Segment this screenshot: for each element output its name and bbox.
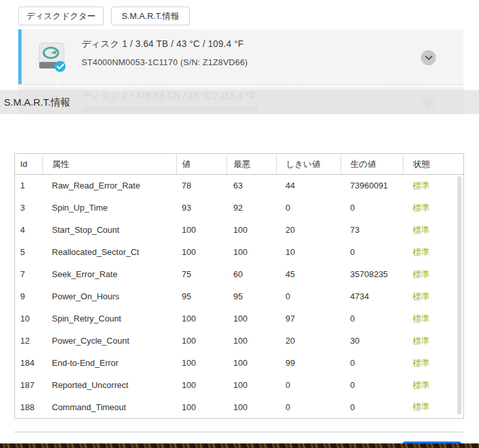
cell-raw: 73960091	[341, 175, 403, 197]
smart-info-dialog: S.M.A.R.T.情報 Id 属性 値 最悪	[0, 90, 479, 448]
cell-value: 75	[177, 263, 227, 286]
cell-status: 標準	[403, 241, 464, 263]
cell-worst: 100	[227, 219, 277, 241]
cell-threshold: 0	[277, 396, 341, 419]
cell-worst: 95	[227, 286, 277, 308]
table-row: 4 Start_Stop_Count 100 100 20 73 標準	[15, 219, 464, 241]
smart-attributes-table: Id 属性 値 最悪 しきい値 生の値 状態 1 Raw_Read_Error_…	[14, 153, 464, 419]
cell-attribute: Power_On_Hours	[43, 286, 177, 308]
cell-status: 標準	[403, 175, 464, 197]
cell-attribute: Seek_Error_Rate	[43, 263, 177, 286]
cell-id: 9	[15, 286, 43, 308]
cell-worst: 100	[227, 241, 277, 263]
header-id: Id	[15, 154, 43, 175]
header-worst: 最悪	[227, 154, 277, 175]
cell-raw: 0	[341, 308, 403, 330]
cell-value: 100	[177, 396, 227, 419]
cell-threshold: 10	[277, 241, 341, 263]
cell-id: 187	[15, 374, 43, 396]
cell-id: 4	[15, 219, 43, 241]
cell-status: 標準	[403, 219, 464, 241]
cell-raw: 0	[341, 396, 403, 419]
cell-raw: 0	[341, 197, 403, 219]
cell-attribute: Raw_Read_Error_Rate	[43, 175, 177, 197]
cell-status: 標準	[403, 352, 464, 374]
cell-value: 93	[177, 197, 227, 219]
cell-id: 10	[15, 308, 43, 330]
cell-status: 標準	[403, 286, 464, 308]
cell-raw: 0	[341, 374, 403, 396]
selected-accent-bar	[18, 29, 22, 84]
table-row: 187 Reported_Uncorrect 100 100 0 0 標準	[15, 374, 464, 396]
table-scrollbar-thumb[interactable]	[457, 176, 461, 415]
cell-threshold: 20	[277, 330, 341, 352]
cell-attribute: Command_Timeout	[43, 396, 177, 419]
cell-threshold: 0	[277, 197, 341, 219]
table-row: 12 Power_Cycle_Count 100 100 20 30 標準	[15, 330, 464, 352]
cell-value: 100	[177, 330, 227, 352]
table-row: 5 Reallocated_Sector_Ct 100 100 10 0 標準	[15, 241, 464, 263]
header-value: 値	[177, 154, 227, 175]
dialog-body: Id 属性 値 最悪 しきい値 生の値 状態 1 Raw_Read_Error_…	[0, 114, 479, 443]
cell-raw: 0	[341, 352, 403, 374]
cell-threshold: 97	[277, 308, 341, 330]
cell-status: 標準	[403, 396, 464, 419]
cell-value: 100	[177, 352, 227, 374]
header-attribute: 属性	[43, 154, 177, 175]
smart-table-container: Id 属性 値 最悪 しきい値 生の値 状態 1 Raw_Read_Error_…	[14, 153, 463, 419]
cell-value: 100	[177, 241, 227, 263]
cell-attribute: Start_Stop_Count	[43, 219, 177, 241]
cell-id: 188	[15, 396, 43, 419]
cell-worst: 100	[227, 352, 277, 374]
disk-row-separator	[18, 84, 463, 85]
table-row: 188 Command_Timeout 100 100 0 0 標準	[15, 396, 464, 419]
disk-row-1[interactable]: ディスク 1 / 3.64 TB / 43 °C / 109.4 °F ST40…	[18, 29, 463, 84]
table-row: 9 Power_On_Hours 95 95 0 4734 標準	[15, 286, 464, 308]
footer-divider	[14, 432, 463, 432]
cell-status: 標準	[403, 308, 464, 330]
disk-utility-window: ディスクドクター S.M.A.R.T.情報 ディスク 1 / 3.64 TB /…	[0, 0, 479, 448]
disk1-summary: ディスク 1 / 3.64 TB / 43 °C / 109.4 °F	[82, 38, 243, 50]
cell-id: 12	[15, 330, 43, 352]
cell-worst: 100	[227, 396, 277, 419]
cell-attribute: End-to-End_Error	[43, 352, 177, 374]
cell-value: 100	[177, 219, 227, 241]
table-header-row: Id 属性 値 最悪 しきい値 生の値 状態	[15, 154, 464, 175]
cell-threshold: 99	[277, 352, 341, 374]
cell-id: 1	[15, 175, 43, 197]
cell-attribute: Reallocated_Sector_Ct	[43, 241, 177, 263]
hard-drive-icon	[36, 40, 67, 73]
cell-threshold: 45	[277, 263, 341, 286]
cell-id: 184	[15, 352, 43, 374]
dialog-title: S.M.A.R.T.情報	[0, 90, 479, 114]
table-row: 184 End-to-End_Error 100 100 99 0 標準	[15, 352, 464, 374]
cell-status: 標準	[403, 374, 464, 396]
cell-raw: 30	[341, 330, 403, 352]
cell-worst: 100	[227, 330, 277, 352]
cell-attribute: Spin_Up_Time	[43, 197, 177, 219]
table-row: 7 Seek_Error_Rate 75 60 45 35708235 標準	[15, 263, 464, 286]
desktop-wallpaper-strip	[0, 443, 479, 448]
cell-threshold: 0	[277, 286, 341, 308]
table-row: 1 Raw_Read_Error_Rate 78 63 44 73960091 …	[15, 175, 464, 197]
cell-threshold: 0	[277, 374, 341, 396]
cell-value: 100	[177, 374, 227, 396]
disk1-expand-button[interactable]	[421, 50, 436, 65]
cell-worst: 92	[227, 197, 277, 219]
cell-worst: 60	[227, 263, 277, 286]
smart-table-body: 1 Raw_Read_Error_Rate 78 63 44 73960091 …	[15, 175, 464, 419]
cell-attribute: Spin_Retry_Count	[43, 308, 177, 330]
cell-value: 78	[177, 175, 227, 197]
chevron-down-icon	[425, 55, 433, 61]
cell-threshold: 20	[277, 219, 341, 241]
cell-value: 100	[177, 308, 227, 330]
cell-status: 標準	[403, 263, 464, 286]
cell-status: 標準	[403, 197, 464, 219]
tab-disk-doctor[interactable]: ディスクドクター	[18, 7, 104, 25]
header-raw: 生の値	[341, 154, 403, 175]
cell-raw: 4734	[341, 286, 403, 308]
cell-worst: 100	[227, 374, 277, 396]
tab-smart-info[interactable]: S.M.A.R.T.情報	[111, 7, 190, 25]
disk1-model: ST4000NM0053-1C1170 (S/N: Z1Z8VD66)	[82, 57, 248, 67]
cell-status: 標準	[403, 330, 464, 352]
